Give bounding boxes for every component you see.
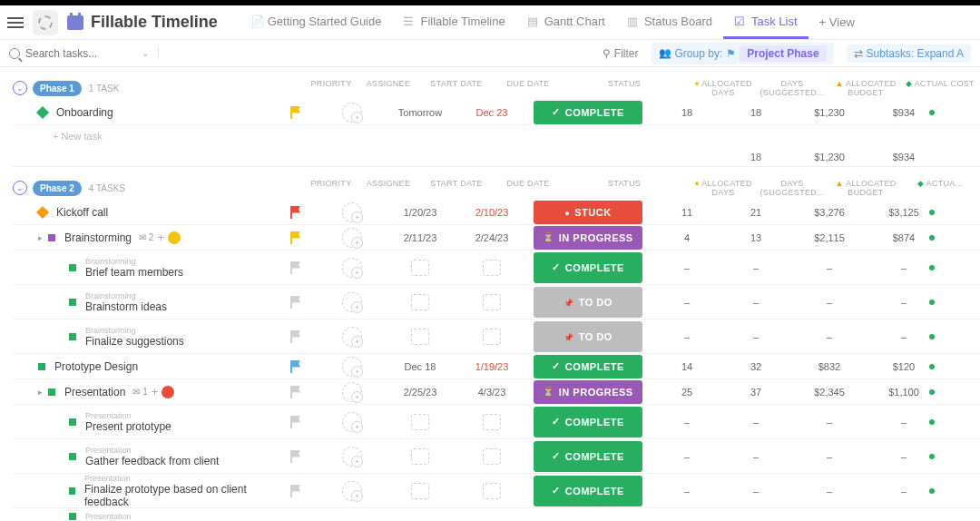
status-complete[interactable]: COMPLETE <box>534 476 642 506</box>
status-todo[interactable]: TO DO <box>534 321 642 352</box>
assignee-placeholder[interactable] <box>342 357 362 377</box>
start-date[interactable]: 2/11/23 <box>381 232 459 243</box>
collapse-button[interactable]: ⌄ <box>13 81 27 95</box>
due-date[interactable] <box>459 294 524 310</box>
due-date[interactable] <box>459 483 524 499</box>
status-todo[interactable]: TO DO <box>534 287 642 318</box>
priority-flag[interactable] <box>289 360 301 373</box>
priority-flag[interactable] <box>289 106 301 119</box>
expand-caret[interactable]: ▸ <box>38 233 43 242</box>
task-row[interactable]: Onboarding Tomorrow Dec 23 COMPLETE 18 1… <box>13 100 980 125</box>
subtask-row[interactable]: Presentation <box>13 508 980 521</box>
add-subtask[interactable]: + <box>153 231 168 244</box>
assignee-placeholder[interactable] <box>342 258 362 278</box>
start-date[interactable]: Dec 18 <box>381 361 459 372</box>
tab-fillable-timeline[interactable]: ☰Fillable Timeline <box>392 5 515 39</box>
start-date[interactable] <box>381 483 459 499</box>
tab-task-list[interactable]: ☑Task List <box>723 5 808 39</box>
due-date[interactable] <box>459 414 524 430</box>
filter-button[interactable]: ⚲ Filter <box>603 47 639 60</box>
tab-gantt[interactable]: ▤Gantt Chart <box>516 5 616 39</box>
assignee-placeholder[interactable] <box>342 202 362 222</box>
add-subtask[interactable]: + <box>148 385 162 398</box>
square-icon <box>69 487 75 495</box>
due-date[interactable]: 2/24/23 <box>459 232 524 243</box>
status-progress[interactable]: ⏳IN PROGRESS <box>534 380 642 404</box>
priority-flag[interactable] <box>289 206 301 219</box>
assignee-placeholder[interactable] <box>342 292 362 312</box>
toolbar: ⌄ ⚲ Filter 👥Group by: ⚑ Project Phase ⇄ … <box>0 40 980 67</box>
tab-status-board[interactable]: ▥Status Board <box>616 5 723 39</box>
priority-flag[interactable] <box>289 416 301 428</box>
priority-flag[interactable] <box>289 330 301 343</box>
start-date[interactable] <box>381 260 459 276</box>
allocated-budget: – <box>789 451 869 462</box>
priority-flag[interactable] <box>289 231 301 244</box>
square-icon <box>48 388 55 396</box>
new-task-button[interactable]: + New task <box>13 125 980 147</box>
view-tabs: 📄Getting Started Guide ☰Fillable Timelin… <box>240 5 866 39</box>
assignee-placeholder[interactable] <box>342 103 362 123</box>
status-progress[interactable]: ⏳IN PROGRESS <box>534 226 642 250</box>
status-complete[interactable]: COMPLETE <box>534 355 642 378</box>
allocated-budget: $832 <box>789 361 869 372</box>
due-date[interactable]: 2/10/23 <box>459 207 524 218</box>
group-by-control[interactable]: 👥Group by: ⚑ Project Phase <box>652 43 834 64</box>
tab-getting-started[interactable]: 📄Getting Started Guide <box>240 5 393 39</box>
add-view-button[interactable]: + View <box>808 15 866 29</box>
assignee-placeholder[interactable] <box>342 327 362 347</box>
status-complete[interactable]: COMPLETE <box>534 441 642 472</box>
task-name: Present prototype <box>85 420 172 433</box>
assignee-placeholder[interactable] <box>342 228 362 248</box>
subtask-row[interactable]: Brainstorming Brief team members COMPLET… <box>13 251 980 285</box>
priority-flag[interactable] <box>289 261 301 274</box>
subtasks-control[interactable]: ⇄ Subtasks: Expand A <box>847 44 971 63</box>
start-date[interactable] <box>381 329 459 345</box>
priority-flag[interactable] <box>289 386 301 398</box>
task-row[interactable]: ▸Presentation✉ 1+ 2/25/23 4/3/23 ⏳IN PRO… <box>13 379 980 405</box>
start-date[interactable] <box>381 294 459 310</box>
priority-flag[interactable] <box>289 450 301 463</box>
subtask-row[interactable]: Presentation Finalize prototype based on… <box>13 474 980 508</box>
subtask-row[interactable]: Brainstorming Brainstorm ideas TO DO – –… <box>13 285 980 319</box>
assignee-placeholder[interactable] <box>342 382 362 402</box>
assignee-placeholder[interactable] <box>342 412 362 432</box>
start-date[interactable] <box>381 414 459 430</box>
due-date[interactable] <box>459 448 524 465</box>
due-date[interactable] <box>459 329 524 345</box>
allocated-days: – <box>652 297 722 308</box>
subtask-count[interactable]: ✉ 1 <box>132 387 147 397</box>
subtask-row[interactable]: Brainstorming Finalize suggestions TO DO… <box>13 319 980 354</box>
due-date[interactable] <box>459 260 524 276</box>
subtask-row[interactable]: Presentation Present prototype COMPLETE … <box>13 405 980 439</box>
task-row[interactable]: Kickoff call 1/20/23 2/10/23 STUCK 11 21… <box>13 200 980 225</box>
search-dropdown[interactable]: ⌄ <box>132 48 159 58</box>
status-complete[interactable]: COMPLETE <box>534 407 642 437</box>
start-date[interactable]: 2/25/23 <box>381 387 459 398</box>
phase-chip[interactable]: Phase 1 <box>33 81 82 96</box>
task-row[interactable]: ▸Brainstorming✉ 2+ 2/11/23 2/24/23 ⏳IN P… <box>13 225 980 251</box>
task-row[interactable]: Prototype Design Dec 18 1/19/23 COMPLETE… <box>13 354 980 379</box>
priority-flag[interactable] <box>289 296 301 309</box>
search-icon <box>9 48 20 59</box>
status-stuck[interactable]: STUCK <box>534 201 642 224</box>
status-complete[interactable]: COMPLETE <box>534 252 642 283</box>
due-date[interactable]: Dec 23 <box>459 107 524 118</box>
assignee-placeholder[interactable] <box>342 447 362 467</box>
subtask-count[interactable]: ✉ 2 <box>139 232 153 242</box>
subtask-row[interactable]: Presentation Gather feedback from client… <box>13 439 980 474</box>
assignee-placeholder[interactable] <box>342 481 362 501</box>
due-date[interactable]: 4/3/23 <box>459 387 524 398</box>
collapse-button[interactable]: ⌄ <box>13 181 27 195</box>
parent-name: Brainstorming <box>85 257 183 266</box>
start-date[interactable]: Tomorrow <box>381 107 459 118</box>
expand-caret[interactable]: ▸ <box>38 388 43 397</box>
start-date[interactable] <box>381 448 459 465</box>
due-date[interactable]: 1/19/23 <box>459 361 524 372</box>
status-complete[interactable]: COMPLETE <box>534 101 642 124</box>
menu-button[interactable] <box>7 15 24 31</box>
phase-chip[interactable]: Phase 2 <box>33 181 82 196</box>
start-date[interactable]: 1/20/23 <box>381 207 459 218</box>
search-input[interactable] <box>25 47 125 60</box>
priority-flag[interactable] <box>289 485 301 497</box>
